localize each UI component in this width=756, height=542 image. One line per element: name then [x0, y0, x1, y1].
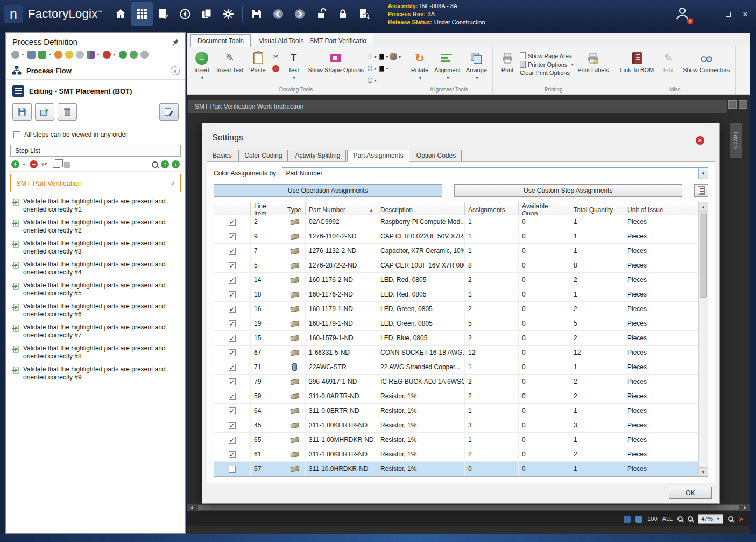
row-checkbox[interactable]: [229, 437, 236, 444]
add-user-icon[interactable]: [76, 51, 84, 59]
vertical-scrollbar[interactable]: ▲ ▼: [698, 202, 708, 476]
record-icon[interactable]: [103, 51, 111, 59]
report-button[interactable]: [694, 184, 708, 197]
row-checkbox[interactable]: [229, 349, 236, 356]
collapse-chevron-icon[interactable]: ∨: [171, 66, 180, 75]
arrange-button[interactable]: Arrange▼: [464, 50, 489, 83]
link-to-bom-button[interactable]: Link To BOM: [618, 50, 656, 75]
step-list-item[interactable]: Validate that the highlighted parts are …: [6, 363, 186, 384]
unlock-button[interactable]: [310, 2, 332, 26]
zoom-fit-icon[interactable]: [728, 516, 733, 522]
copy-icon[interactable]: [53, 161, 60, 168]
run-icon[interactable]: [119, 51, 127, 59]
pan-toggle-icon[interactable]: [635, 516, 642, 523]
status-gray-icon[interactable]: [140, 51, 149, 59]
line-color-picker[interactable]: ▼: [379, 64, 390, 73]
table-row[interactable]: 14 160-1176-2-ND LED, Red, 0805 2 0 2 Pi…: [214, 273, 698, 287]
table-row[interactable]: 45 311-1.00KHRTR-ND Resistor, 1% 3 0 3 P…: [214, 418, 698, 433]
show-page-area-button[interactable]: Show Page Area: [520, 52, 574, 59]
step-list-item[interactable]: Validate that the highlighted parts are …: [6, 237, 186, 258]
remove-icon[interactable]: −: [271, 64, 281, 73]
zoom-out-icon[interactable]: [677, 516, 683, 522]
scroll-up-icon[interactable]: ▲: [699, 202, 708, 212]
pointer-icon[interactable]: ➤: [738, 515, 744, 523]
step-list-item[interactable]: Validate that the highlighted parts are …: [6, 258, 186, 279]
search-step-icon[interactable]: [152, 161, 158, 168]
table-row[interactable]: 65 311-1.00MHRDKR-ND Resistor, 1% 1 0 1 …: [214, 433, 698, 447]
table-row[interactable]: 18 160-1176-2-ND LED, Red, 0805 1 0 1 Pi…: [214, 287, 698, 302]
move-up-icon[interactable]: ↑: [161, 160, 169, 168]
row-checkbox[interactable]: [229, 248, 236, 255]
table-row[interactable]: 64 311-0.0ERTR-ND Resistor, 1% 1 0 1 Pie…: [214, 404, 698, 418]
zoom-100-button[interactable]: 100: [647, 516, 657, 522]
navigator-button[interactable]: [174, 2, 196, 26]
process-flow-row[interactable]: Process Flow ∨: [6, 62, 185, 80]
document-edit-button[interactable]: [153, 2, 174, 26]
step-list-item[interactable]: Validate that the highlighted parts are …: [6, 279, 186, 300]
maximize-button[interactable]: [722, 10, 734, 18]
add-step-icon[interactable]: +: [11, 160, 19, 168]
scroll-down-icon[interactable]: ▼: [699, 467, 708, 476]
use-operation-assignments-button[interactable]: Use Operation Assignments: [214, 184, 442, 197]
tab-document-tools[interactable]: Document Tools: [190, 34, 251, 47]
step-list-item[interactable]: Validate that the highlighted parts are …: [6, 300, 186, 321]
table-row[interactable]: 9 1276-1104-2-ND CAP CER 0.022UF 50V X7R…: [214, 229, 698, 244]
grid-toggle-icon[interactable]: [624, 516, 631, 523]
row-checkbox[interactable]: [229, 378, 236, 385]
rotate-button[interactable]: ↻Rotate▼: [408, 50, 431, 83]
row-checkbox[interactable]: [229, 320, 236, 327]
move-down-icon[interactable]: ↓: [172, 160, 180, 168]
dropdown-arrow-icon[interactable]: ▼: [48, 53, 52, 57]
step-list-item[interactable]: Validate that the highlighted parts are …: [6, 321, 186, 342]
tab-part-assignments[interactable]: Part Assignments: [347, 150, 409, 162]
save-step-button[interactable]: [12, 103, 32, 121]
row-checkbox[interactable]: [229, 277, 236, 284]
settings-gear-button[interactable]: [217, 2, 239, 26]
zoom-level-select[interactable]: 47%▼: [698, 514, 723, 524]
tab-color-coding[interactable]: Color Coding: [238, 150, 288, 162]
dropdown-arrow-icon[interactable]: ▼: [112, 53, 116, 57]
row-checkbox[interactable]: [229, 422, 236, 429]
layers-tab[interactable]: Layers: [730, 123, 742, 158]
step-list-item[interactable]: Validate that the highlighted parts are …: [6, 216, 186, 237]
row-checkbox[interactable]: [229, 233, 236, 240]
dropdown-arrow-icon[interactable]: ▼: [22, 163, 26, 166]
scrollbar-thumb[interactable]: [198, 505, 739, 510]
ok-button[interactable]: OK: [669, 487, 712, 499]
tab-option-codes[interactable]: Option Codes: [411, 150, 462, 162]
table-row[interactable]: 59 311-0.0ARTR-ND Resistor, 1% 2 0 2 Pie…: [214, 389, 698, 404]
clear-print-options-button[interactable]: Clear Print Options: [520, 69, 574, 76]
minimize-button[interactable]: —: [704, 10, 717, 18]
back-button[interactable]: [267, 2, 289, 26]
tab-basics[interactable]: Basics: [207, 150, 237, 162]
zoom-all-button[interactable]: ALL: [662, 516, 673, 522]
row-checkbox[interactable]: [229, 306, 236, 313]
tab-visual-aid-tools[interactable]: Visual Aid Tools - SMT Part Verificatio: [252, 34, 373, 47]
show-shape-options-button[interactable]: Show Shape Options: [306, 50, 366, 75]
text-button[interactable]: TText▼: [282, 50, 305, 83]
fill-color-picker[interactable]: ▼: [379, 52, 390, 61]
step-list-item[interactable]: Validate that the highlighted parts are …: [6, 342, 186, 363]
row-checkbox[interactable]: [229, 291, 236, 298]
print-labels-button[interactable]: Print Labels: [575, 50, 611, 75]
lock-button[interactable]: [332, 2, 354, 26]
table-row[interactable]: 5 1276-2872-2-ND CAP CER 10UF 16V X7R 08…: [214, 258, 698, 273]
paste-button[interactable]: Paste: [247, 50, 270, 75]
use-custom-step-assignments-button[interactable]: Use Custom Step Assignments: [454, 184, 683, 197]
flags-icon[interactable]: [87, 51, 95, 59]
table-row[interactable]: 2 02AC9992 Raspberry Pi Compute Mod... 1…: [214, 215, 698, 229]
table-row[interactable]: 15 160-1579-1-ND LED, Blue, 0805 2 0 2 P…: [214, 331, 698, 346]
ellipse-shape-icon[interactable]: ▼: [367, 64, 378, 73]
cut-icon[interactable]: ✂: [41, 160, 48, 168]
select-chevron-icon[interactable]: ▼: [698, 168, 708, 179]
print-icon[interactable]: [27, 51, 36, 59]
chevron-down-icon[interactable]: ∨: [171, 180, 175, 187]
scroll-left-icon[interactable]: ◄: [187, 505, 196, 510]
row-checkbox[interactable]: [229, 262, 236, 269]
delete-button[interactable]: [58, 103, 77, 121]
table-row[interactable]: 57 311-10.0HRDKR-ND Resistor, 1% 0 0 1 P…: [214, 462, 698, 476]
table-row[interactable]: 7 1276-1132-2-ND Capacitor, X7R Ceramic,…: [214, 244, 698, 258]
cut-icon[interactable]: ✂: [271, 52, 281, 61]
paste-icon[interactable]: ▤: [63, 160, 70, 168]
alignment-button[interactable]: Alignment▼: [432, 50, 463, 83]
